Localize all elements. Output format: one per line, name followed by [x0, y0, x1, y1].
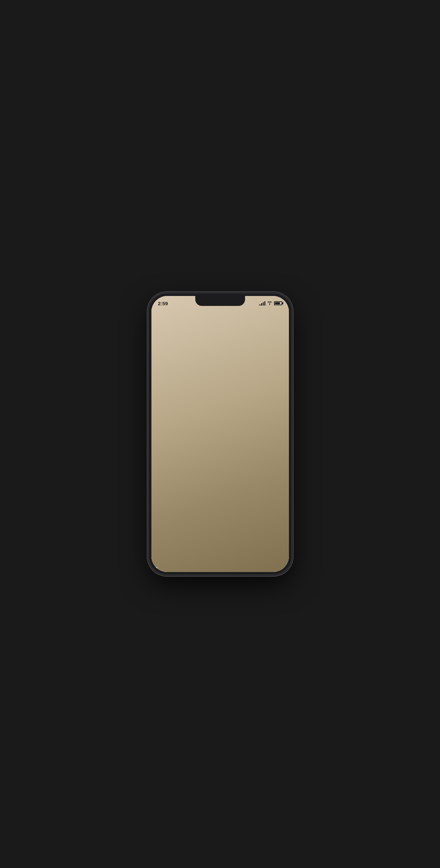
svg-point-0	[269, 304, 270, 305]
image-3: es	[254, 506, 289, 572]
signal-icon	[259, 301, 265, 306]
right-panel: 1	[254, 311, 289, 572]
main-content: Hi, Jennifer Menomonee Falls WALLET $63.…	[151, 311, 289, 572]
right-images: outes es	[254, 373, 289, 572]
notch	[195, 296, 245, 306]
status-icons	[259, 301, 282, 306]
status-time: 2:59	[158, 301, 168, 306]
phone-frame: 2:59	[149, 293, 292, 575]
wifi-icon	[267, 301, 272, 306]
battery-icon	[274, 301, 282, 305]
screen: 2:59	[151, 296, 289, 572]
